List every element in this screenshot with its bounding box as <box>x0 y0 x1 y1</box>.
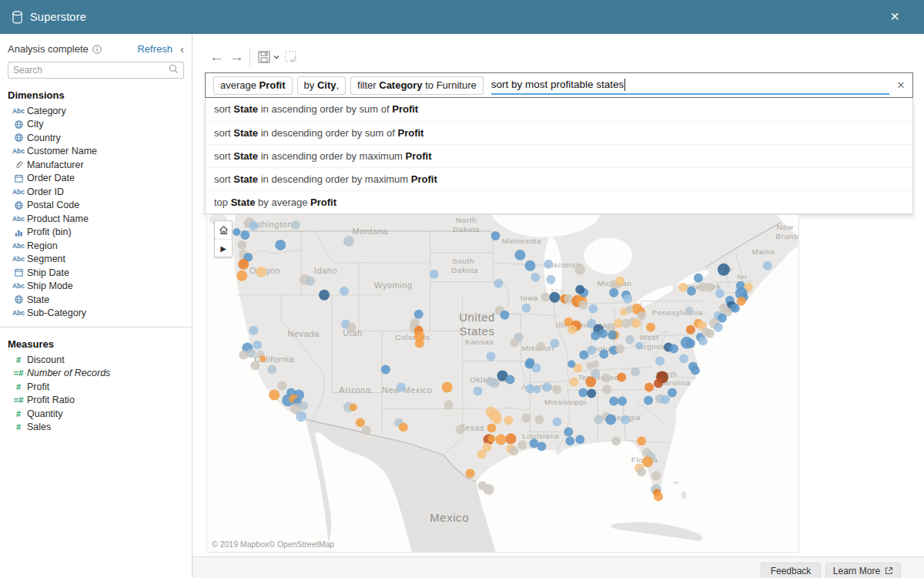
map-dot[interactable] <box>487 423 497 432</box>
map-dot[interactable] <box>505 375 514 385</box>
map-dot[interactable] <box>585 377 596 388</box>
map-dot[interactable] <box>541 293 550 302</box>
map-dot[interactable] <box>240 230 249 240</box>
learn-more-button[interactable]: Learn More <box>825 563 901 578</box>
map-dot[interactable] <box>514 250 525 260</box>
map-dot[interactable] <box>236 271 247 281</box>
field-row[interactable]: AbcSub-Category <box>0 307 192 321</box>
map-dot[interactable] <box>644 383 654 392</box>
field-row[interactable]: Manufacturer <box>0 158 192 172</box>
map-dot[interactable] <box>484 484 494 495</box>
map-dot[interactable] <box>578 388 588 397</box>
field-row[interactable]: Profit (bin) <box>0 226 192 240</box>
map-dot[interactable] <box>654 492 663 501</box>
map-dot[interactable] <box>621 415 630 424</box>
query-pill[interactable]: by City, <box>297 76 346 95</box>
map-dot[interactable] <box>714 323 723 332</box>
map-dot[interactable] <box>504 415 513 425</box>
map-dot[interactable] <box>602 385 611 394</box>
map-dot[interactable] <box>250 361 259 371</box>
map-dot[interactable] <box>575 435 584 444</box>
map-dot[interactable] <box>544 260 553 269</box>
feedback-button[interactable]: Feedback <box>761 563 821 578</box>
map-dot[interactable] <box>615 277 624 286</box>
map-dot[interactable] <box>625 306 633 314</box>
map-dot[interactable] <box>591 369 600 378</box>
collapse-pane-icon[interactable]: ‹ <box>180 42 184 55</box>
map-dot[interactable] <box>494 279 504 288</box>
map-dot[interactable] <box>591 361 599 368</box>
map-dot[interactable] <box>456 425 465 434</box>
map-dot[interactable] <box>490 379 500 388</box>
map-dot[interactable] <box>564 427 573 436</box>
map-dot[interactable] <box>233 228 240 236</box>
map-dot[interactable] <box>587 346 596 355</box>
map-dot[interactable] <box>552 385 561 394</box>
map-dot[interactable] <box>477 449 487 459</box>
map-dot[interactable] <box>631 319 641 328</box>
field-search[interactable] <box>8 62 184 79</box>
clear-query-icon[interactable]: × <box>897 79 905 92</box>
map-dot[interactable] <box>249 221 258 230</box>
map-dot[interactable] <box>569 378 578 387</box>
map-dot[interactable] <box>609 396 618 405</box>
suggestion-item[interactable]: sort State in ascending order by sum of … <box>206 98 912 121</box>
map-dot[interactable] <box>534 415 544 424</box>
map-dot[interactable] <box>718 264 730 276</box>
redo-button[interactable]: → <box>229 48 244 66</box>
field-row[interactable]: Ship Date <box>0 266 192 280</box>
map-dot[interactable] <box>668 388 677 397</box>
field-row[interactable]: AbcOrder ID <box>0 185 192 199</box>
map-dot[interactable] <box>509 446 518 455</box>
map-dot[interactable] <box>524 260 535 271</box>
map-dot[interactable] <box>611 436 621 445</box>
map-dot[interactable] <box>505 433 516 444</box>
map-dot[interactable] <box>246 349 256 358</box>
map-dot[interactable] <box>239 351 248 360</box>
map-dot[interactable] <box>237 240 246 250</box>
query-pill[interactable]: filter Category to Furniture <box>350 76 484 95</box>
map-dot[interactable] <box>536 342 545 351</box>
map-dot[interactable] <box>253 341 262 350</box>
map-dot[interactable] <box>685 307 693 314</box>
field-row[interactable]: =#Profit Ratio <box>0 394 192 408</box>
map-dot[interactable] <box>275 240 286 250</box>
map-dot[interactable] <box>651 471 661 480</box>
map-dot[interactable] <box>686 325 695 334</box>
field-row[interactable]: #Sales <box>0 421 192 435</box>
close-icon[interactable]: × <box>890 8 899 25</box>
map-dot[interactable] <box>615 344 624 354</box>
map-dot[interactable] <box>238 259 249 270</box>
map-dot[interactable] <box>552 417 561 426</box>
map-dot[interactable] <box>574 264 585 275</box>
map-dot[interactable] <box>474 386 483 395</box>
rerun-query-icon[interactable] <box>283 49 299 65</box>
map-dot[interactable] <box>299 401 308 410</box>
map-dot[interactable] <box>661 395 670 404</box>
map-dot[interactable] <box>644 395 653 405</box>
field-row[interactable]: AbcShip Mode <box>0 280 192 294</box>
map-dot[interactable] <box>256 267 266 277</box>
map-dot[interactable] <box>362 425 371 435</box>
map-dot[interactable] <box>356 418 365 427</box>
suggestion-item[interactable]: top State by average Profit <box>206 190 912 213</box>
map-expand-button[interactable]: ▶ <box>215 239 232 257</box>
map-dot[interactable] <box>618 396 627 405</box>
map-dot[interactable] <box>488 435 496 442</box>
map-dot[interactable] <box>399 422 408 432</box>
map-dot[interactable] <box>442 382 453 393</box>
map-dot[interactable] <box>296 411 306 422</box>
field-row[interactable]: City <box>0 118 192 132</box>
map-dot[interactable] <box>655 357 665 366</box>
map-dot[interactable] <box>705 283 715 292</box>
map-dot[interactable] <box>578 301 588 310</box>
map-dot[interactable] <box>605 414 616 425</box>
map-dot[interactable] <box>588 304 598 314</box>
field-row[interactable]: AbcCustomer Name <box>0 145 192 159</box>
map-dot[interactable] <box>679 355 688 364</box>
map-dot[interactable] <box>691 366 700 375</box>
map-dot[interactable] <box>631 368 640 377</box>
map-dot[interactable] <box>350 403 357 411</box>
suggestion-item[interactable]: sort State in descending order by sum of… <box>206 121 912 144</box>
map-dot[interactable] <box>625 335 634 344</box>
